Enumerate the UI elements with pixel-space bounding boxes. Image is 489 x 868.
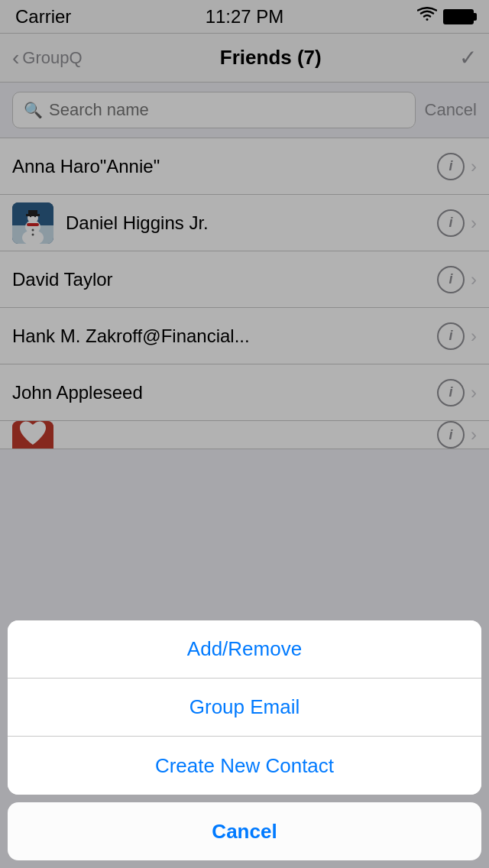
- action-sheet-overlay[interactable]: Add/Remove Group Email Create New Contac…: [0, 0, 489, 868]
- action-sheet: Add/Remove Group Email Create New Contac…: [0, 620, 489, 868]
- group-email-button[interactable]: Group Email: [8, 679, 481, 737]
- action-sheet-group: Add/Remove Group Email Create New Contac…: [8, 620, 481, 795]
- create-contact-button[interactable]: Create New Contact: [8, 737, 481, 795]
- action-sheet-cancel-button[interactable]: Cancel: [8, 802, 481, 860]
- add-remove-button[interactable]: Add/Remove: [8, 620, 481, 679]
